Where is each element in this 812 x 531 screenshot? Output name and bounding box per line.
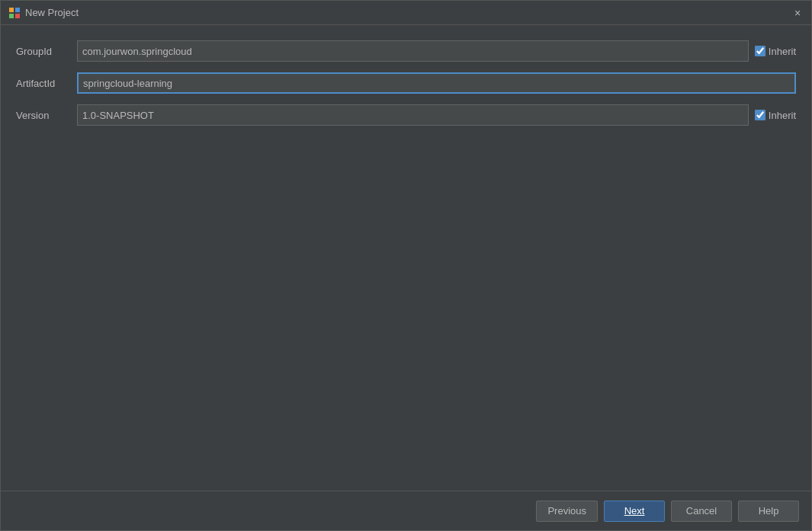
title-bar-left: New Project bbox=[8, 7, 79, 19]
project-icon bbox=[8, 7, 21, 19]
svg-rect-3 bbox=[15, 14, 20, 18]
version-input[interactable] bbox=[77, 104, 749, 126]
footer: Previous Next Cancel Help bbox=[1, 491, 811, 530]
artifactid-input[interactable] bbox=[77, 72, 796, 94]
groupid-inherit-wrapper: Inherit bbox=[755, 46, 796, 57]
version-inherit-label: Inherit bbox=[769, 110, 796, 121]
artifactid-row: ArtifactId bbox=[16, 72, 796, 94]
close-button[interactable]: × bbox=[791, 7, 804, 19]
version-inherit-wrapper: Inherit bbox=[755, 110, 796, 121]
svg-rect-0 bbox=[9, 8, 14, 12]
content-area: GroupId Inherit ArtifactId Version Inher… bbox=[1, 25, 811, 491]
version-row: Version Inherit bbox=[16, 104, 796, 126]
cancel-button[interactable]: Cancel bbox=[671, 501, 732, 522]
help-button[interactable]: Help bbox=[738, 501, 799, 522]
artifactid-label: ArtifactId bbox=[16, 78, 77, 89]
groupid-inherit-checkbox[interactable] bbox=[755, 46, 765, 56]
dialog-title: New Project bbox=[25, 7, 79, 18]
svg-rect-2 bbox=[9, 14, 14, 18]
title-bar: New Project × bbox=[1, 1, 811, 25]
version-label: Version bbox=[16, 110, 77, 121]
groupid-inherit-label: Inherit bbox=[769, 46, 796, 57]
groupid-label: GroupId bbox=[16, 46, 77, 57]
next-button[interactable]: Next bbox=[604, 501, 665, 522]
new-project-dialog: New Project × GroupId Inherit ArtifactId… bbox=[0, 0, 812, 531]
version-inherit-checkbox[interactable] bbox=[755, 110, 765, 120]
groupid-row: GroupId Inherit bbox=[16, 40, 796, 62]
previous-button[interactable]: Previous bbox=[536, 501, 598, 522]
svg-rect-1 bbox=[15, 8, 20, 12]
groupid-input[interactable] bbox=[77, 40, 749, 62]
